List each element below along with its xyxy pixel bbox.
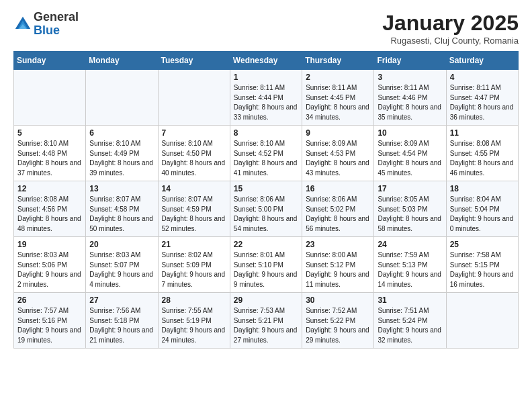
day-cell: 23Sunrise: 8:00 AM Sunset: 5:12 PM Dayli… bbox=[302, 237, 374, 293]
day-info: Sunrise: 8:10 AM Sunset: 4:49 PM Dayligh… bbox=[89, 139, 154, 178]
day-info: Sunrise: 8:05 AM Sunset: 5:03 PM Dayligh… bbox=[378, 195, 442, 234]
col-header-tuesday: Tuesday bbox=[158, 52, 230, 70]
day-number: 5 bbox=[17, 128, 82, 138]
day-cell bbox=[158, 70, 230, 126]
day-info: Sunrise: 8:06 AM Sunset: 5:02 PM Dayligh… bbox=[306, 195, 370, 234]
day-info: Sunrise: 8:11 AM Sunset: 4:44 PM Dayligh… bbox=[234, 83, 298, 122]
day-cell: 3Sunrise: 8:11 AM Sunset: 4:46 PM Daylig… bbox=[374, 70, 446, 126]
day-cell: 13Sunrise: 8:07 AM Sunset: 4:58 PM Dayli… bbox=[86, 181, 158, 237]
day-cell: 21Sunrise: 8:02 AM Sunset: 5:09 PM Dayli… bbox=[158, 237, 230, 293]
day-info: Sunrise: 8:03 AM Sunset: 5:06 PM Dayligh… bbox=[17, 250, 82, 289]
day-number: 2 bbox=[306, 73, 370, 82]
day-info: Sunrise: 8:09 AM Sunset: 4:53 PM Dayligh… bbox=[306, 139, 370, 178]
day-number: 27 bbox=[89, 295, 154, 305]
day-number: 8 bbox=[234, 128, 298, 138]
day-cell: 18Sunrise: 8:04 AM Sunset: 5:04 PM Dayli… bbox=[446, 181, 518, 237]
week-row-2: 5Sunrise: 8:10 AM Sunset: 4:48 PM Daylig… bbox=[14, 126, 519, 181]
day-cell: 9Sunrise: 8:09 AM Sunset: 4:53 PM Daylig… bbox=[302, 126, 374, 181]
day-cell: 5Sunrise: 8:10 AM Sunset: 4:48 PM Daylig… bbox=[14, 126, 86, 181]
header: General Blue January 2025 Rugasesti, Clu… bbox=[13, 11, 519, 46]
day-cell: 15Sunrise: 8:06 AM Sunset: 5:00 PM Dayli… bbox=[230, 181, 302, 237]
day-number: 1 bbox=[234, 73, 298, 82]
day-number: 14 bbox=[162, 184, 226, 193]
day-number: 6 bbox=[89, 128, 154, 138]
day-cell bbox=[446, 293, 518, 349]
title-block: January 2025 Rugasesti, Cluj County, Rom… bbox=[382, 11, 519, 46]
day-info: Sunrise: 7:51 AM Sunset: 5:24 PM Dayligh… bbox=[378, 306, 442, 345]
day-info: Sunrise: 7:53 AM Sunset: 5:21 PM Dayligh… bbox=[234, 306, 298, 345]
day-info: Sunrise: 7:57 AM Sunset: 5:16 PM Dayligh… bbox=[17, 306, 82, 345]
day-info: Sunrise: 8:07 AM Sunset: 4:59 PM Dayligh… bbox=[162, 195, 226, 234]
col-header-wednesday: Wednesday bbox=[230, 52, 302, 70]
day-number: 18 bbox=[450, 184, 515, 193]
day-info: Sunrise: 8:04 AM Sunset: 5:04 PM Dayligh… bbox=[450, 195, 515, 234]
logo-blue: Blue bbox=[34, 24, 60, 37]
day-cell: 30Sunrise: 7:52 AM Sunset: 5:22 PM Dayli… bbox=[302, 293, 374, 349]
day-cell: 17Sunrise: 8:05 AM Sunset: 5:03 PM Dayli… bbox=[374, 181, 446, 237]
day-number: 23 bbox=[306, 240, 370, 249]
week-row-5: 26Sunrise: 7:57 AM Sunset: 5:16 PM Dayli… bbox=[14, 293, 519, 349]
day-number: 12 bbox=[17, 184, 82, 193]
day-cell bbox=[86, 70, 158, 126]
day-cell: 26Sunrise: 7:57 AM Sunset: 5:16 PM Dayli… bbox=[14, 293, 86, 349]
day-cell: 27Sunrise: 7:56 AM Sunset: 5:18 PM Dayli… bbox=[86, 293, 158, 349]
day-number: 7 bbox=[162, 128, 226, 138]
day-number: 11 bbox=[450, 128, 515, 138]
day-info: Sunrise: 8:09 AM Sunset: 4:54 PM Dayligh… bbox=[378, 139, 442, 178]
day-info: Sunrise: 7:52 AM Sunset: 5:22 PM Dayligh… bbox=[306, 306, 370, 345]
day-info: Sunrise: 8:01 AM Sunset: 5:10 PM Dayligh… bbox=[234, 250, 298, 289]
day-number: 19 bbox=[17, 240, 82, 249]
day-info: Sunrise: 8:10 AM Sunset: 4:52 PM Dayligh… bbox=[234, 139, 298, 178]
page: General Blue January 2025 Rugasesti, Clu… bbox=[0, 0, 532, 357]
day-info: Sunrise: 8:11 AM Sunset: 4:45 PM Dayligh… bbox=[306, 83, 370, 122]
header-row: SundayMondayTuesdayWednesdayThursdayFrid… bbox=[14, 52, 519, 70]
day-info: Sunrise: 8:02 AM Sunset: 5:09 PM Dayligh… bbox=[162, 250, 226, 289]
day-info: Sunrise: 7:58 AM Sunset: 5:15 PM Dayligh… bbox=[450, 250, 515, 289]
day-info: Sunrise: 8:07 AM Sunset: 4:58 PM Dayligh… bbox=[89, 195, 154, 234]
day-cell: 8Sunrise: 8:10 AM Sunset: 4:52 PM Daylig… bbox=[230, 126, 302, 181]
day-cell: 7Sunrise: 8:10 AM Sunset: 4:50 PM Daylig… bbox=[158, 126, 230, 181]
day-number: 29 bbox=[234, 295, 298, 305]
day-number: 4 bbox=[450, 73, 515, 82]
day-cell: 20Sunrise: 8:03 AM Sunset: 5:07 PM Dayli… bbox=[86, 237, 158, 293]
day-number: 30 bbox=[306, 295, 370, 305]
day-info: Sunrise: 8:08 AM Sunset: 4:56 PM Dayligh… bbox=[17, 195, 82, 234]
day-info: Sunrise: 7:55 AM Sunset: 5:19 PM Dayligh… bbox=[162, 306, 226, 345]
day-cell: 22Sunrise: 8:01 AM Sunset: 5:10 PM Dayli… bbox=[230, 237, 302, 293]
day-info: Sunrise: 8:10 AM Sunset: 4:48 PM Dayligh… bbox=[17, 139, 82, 178]
day-cell: 12Sunrise: 8:08 AM Sunset: 4:56 PM Dayli… bbox=[14, 181, 86, 237]
day-cell: 10Sunrise: 8:09 AM Sunset: 4:54 PM Dayli… bbox=[374, 126, 446, 181]
month-title: January 2025 bbox=[382, 11, 519, 36]
day-number: 16 bbox=[306, 184, 370, 193]
day-number: 3 bbox=[378, 73, 442, 82]
day-number: 17 bbox=[378, 184, 442, 193]
day-cell: 24Sunrise: 7:59 AM Sunset: 5:13 PM Dayli… bbox=[374, 237, 446, 293]
day-info: Sunrise: 8:03 AM Sunset: 5:07 PM Dayligh… bbox=[89, 250, 154, 289]
day-info: Sunrise: 8:10 AM Sunset: 4:50 PM Dayligh… bbox=[162, 139, 226, 178]
day-number: 25 bbox=[450, 240, 515, 249]
calendar-table: SundayMondayTuesdayWednesdayThursdayFrid… bbox=[13, 51, 519, 349]
day-number: 28 bbox=[162, 295, 226, 305]
logo: General Blue bbox=[13, 11, 79, 38]
day-cell: 28Sunrise: 7:55 AM Sunset: 5:19 PM Dayli… bbox=[158, 293, 230, 349]
day-number: 13 bbox=[89, 184, 154, 193]
subtitle: Rugasesti, Cluj County, Romania bbox=[382, 36, 519, 46]
day-number: 20 bbox=[89, 240, 154, 249]
day-cell: 4Sunrise: 8:11 AM Sunset: 4:47 PM Daylig… bbox=[446, 70, 518, 126]
week-row-4: 19Sunrise: 8:03 AM Sunset: 5:06 PM Dayli… bbox=[14, 237, 519, 293]
day-number: 9 bbox=[306, 128, 370, 138]
day-cell: 25Sunrise: 7:58 AM Sunset: 5:15 PM Dayli… bbox=[446, 237, 518, 293]
day-cell: 29Sunrise: 7:53 AM Sunset: 5:21 PM Dayli… bbox=[230, 293, 302, 349]
day-info: Sunrise: 8:11 AM Sunset: 4:46 PM Dayligh… bbox=[378, 83, 442, 122]
logo-icon bbox=[13, 15, 32, 34]
day-number: 10 bbox=[378, 128, 442, 138]
week-row-3: 12Sunrise: 8:08 AM Sunset: 4:56 PM Dayli… bbox=[14, 181, 519, 237]
col-header-saturday: Saturday bbox=[446, 52, 518, 70]
week-row-1: 1Sunrise: 8:11 AM Sunset: 4:44 PM Daylig… bbox=[14, 70, 519, 126]
day-cell: 16Sunrise: 8:06 AM Sunset: 5:02 PM Dayli… bbox=[302, 181, 374, 237]
day-number: 22 bbox=[234, 240, 298, 249]
day-cell: 6Sunrise: 8:10 AM Sunset: 4:49 PM Daylig… bbox=[86, 126, 158, 181]
col-header-monday: Monday bbox=[86, 52, 158, 70]
day-cell: 19Sunrise: 8:03 AM Sunset: 5:06 PM Dayli… bbox=[14, 237, 86, 293]
day-cell: 14Sunrise: 8:07 AM Sunset: 4:59 PM Dayli… bbox=[158, 181, 230, 237]
